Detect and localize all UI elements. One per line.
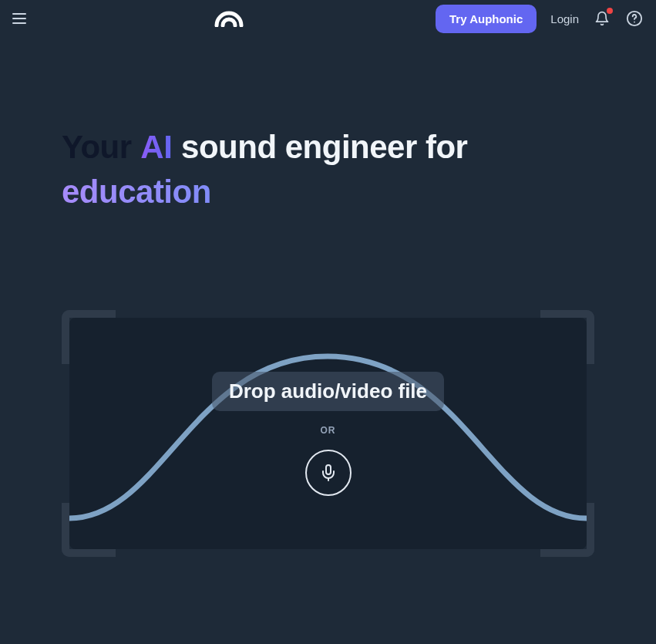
hero-prefix: Your [62,130,132,165]
help-button[interactable] [625,9,644,28]
dropzone-inner: Drop audio/video file OR [69,318,587,549]
svg-rect-2 [326,465,331,474]
login-link[interactable]: Login [550,12,579,25]
try-auphonic-button[interactable]: Try Auphonic [436,5,537,33]
hamburger-icon [12,13,26,15]
help-circle-icon [626,10,643,27]
hero-section: Your AI sound engineer for education [0,37,656,210]
drop-file-label[interactable]: Drop audio/video file [212,372,444,411]
auphonic-logo[interactable] [214,10,244,27]
dropzone-or-text: OR [321,425,336,436]
menu-button[interactable] [12,9,31,28]
hero-title: Your AI sound engineer for education [62,130,594,210]
record-button[interactable] [305,450,352,496]
hero-tag: education [62,174,211,210]
app-header: Try Auphonic Login [0,0,656,37]
header-left [12,9,31,28]
microphone-icon [319,464,338,482]
upload-dropzone[interactable]: Drop audio/video file OR [62,310,594,557]
logo-arc-icon [214,10,244,27]
header-right: Try Auphonic Login [436,5,644,33]
hero-ai: AI [140,130,172,165]
notifications-button[interactable] [593,9,611,28]
hero-mid: sound engineer for [181,130,467,165]
notification-dot-icon [607,8,613,14]
header-center [40,10,426,27]
